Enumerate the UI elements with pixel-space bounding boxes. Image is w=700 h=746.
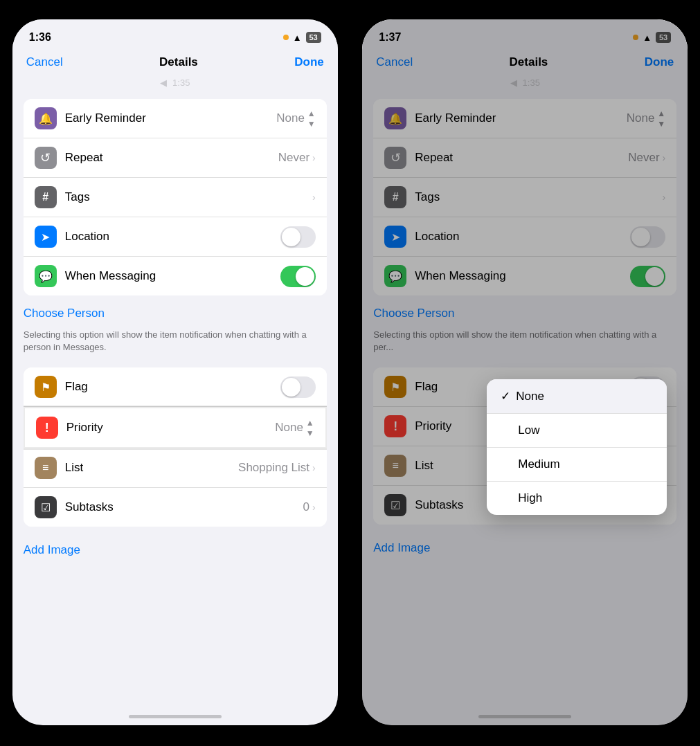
right-repeat-value: Never <box>628 151 659 165</box>
right-row-when-messaging[interactable]: 💬 When Messaging <box>373 257 676 295</box>
left-priority-value: None <box>275 421 303 435</box>
right-nav-title: Details <box>510 55 548 69</box>
right-description: Selecting this option will show the item… <box>362 326 688 362</box>
right-status-bar: 1:37 ▲ 53 <box>362 19 688 50</box>
left-flag-icon: ⚑ <box>35 376 57 398</box>
left-subtasks-label: Subtasks <box>65 500 303 514</box>
left-tags-chevron: › <box>312 192 316 203</box>
dropdown-item-high[interactable]: High <box>487 482 667 515</box>
left-tags-icon: # <box>35 186 57 208</box>
left-screen: 1:36 ▲ 53 Cancel Details Done ◀ 1:35 🔔 <box>12 19 338 725</box>
left-early-reminder-value: None <box>276 111 305 125</box>
left-done-button[interactable]: Done <box>294 55 324 69</box>
left-list-label: List <box>65 461 238 475</box>
dropdown-low-label: Low <box>518 424 539 437</box>
dropdown-item-low[interactable]: Low <box>487 414 667 448</box>
left-status-dot <box>283 35 289 40</box>
right-screen: 1:37 ▲ 53 Cancel Details Done ◀ 1:35 🔔 <box>362 19 688 725</box>
right-when-messaging-toggle[interactable] <box>630 266 665 287</box>
left-row-when-messaging[interactable]: 💬 When Messaging <box>24 257 327 295</box>
left-repeat-icon: ↺ <box>35 147 57 169</box>
left-breadcrumb: ◀ 1:35 <box>12 75 338 93</box>
right-nav-bar: Cancel Details Done <box>362 50 688 75</box>
left-early-reminder-label: Early Reminder <box>65 111 276 125</box>
left-subtasks-value: 0 <box>303 500 309 514</box>
right-choose-person-link[interactable]: Choose Person <box>362 301 688 326</box>
left-early-reminder-icon: 🔔 <box>35 107 57 129</box>
left-flag-toggle[interactable] <box>280 376 316 398</box>
left-list-value: Shopping List <box>238 461 309 475</box>
right-tags-label: Tags <box>415 190 662 204</box>
left-settings-section-2: ⚑ Flag ! Priority None ▲▼ <box>24 367 327 527</box>
left-wifi-icon: ▲ <box>293 33 302 43</box>
right-when-messaging-label: When Messaging <box>415 269 630 283</box>
dropdown-high-label: High <box>518 491 542 505</box>
right-tags-icon: # <box>384 186 406 208</box>
left-flag-label: Flag <box>65 380 280 394</box>
dropdown-none-label: None <box>516 390 544 403</box>
left-row-repeat[interactable]: ↺ Repeat Never › <box>24 138 327 178</box>
right-phone-panel: 1:37 ▲ 53 Cancel Details Done ◀ 1:35 🔔 <box>350 0 701 746</box>
right-location-toggle[interactable] <box>630 226 665 248</box>
left-early-reminder-chevron: ▲▼ <box>307 109 316 129</box>
left-row-tags[interactable]: # Tags › <box>24 178 327 217</box>
right-wifi-icon: ▲ <box>643 33 652 43</box>
left-location-toggle[interactable] <box>280 226 316 248</box>
right-row-tags[interactable]: # Tags › <box>373 178 676 217</box>
right-priority-icon: ! <box>384 415 406 437</box>
right-cancel-button[interactable]: Cancel <box>376 55 413 69</box>
left-when-messaging-label: When Messaging <box>65 269 280 283</box>
left-home-indicator <box>129 715 222 718</box>
right-row-repeat[interactable]: ↺ Repeat Never › <box>373 138 676 178</box>
right-early-reminder-value: None <box>627 111 655 125</box>
right-row-early-reminder[interactable]: 🔔 Early Reminder None ▲▼ <box>373 99 676 138</box>
left-breadcrumb-arrow: ◀ <box>160 78 167 88</box>
dropdown-item-none[interactable]: ✓ None <box>487 379 667 414</box>
left-when-messaging-toggle[interactable] <box>280 266 316 287</box>
left-status-bar: 1:36 ▲ 53 <box>12 19 338 50</box>
left-choose-person-link[interactable]: Choose Person <box>12 301 338 326</box>
left-location-toggle-thumb <box>282 228 300 246</box>
left-flag-toggle-thumb <box>282 378 300 397</box>
right-subtasks-icon: ☑ <box>384 494 406 516</box>
left-priority-label: Priority <box>66 421 275 435</box>
left-nav-title: Details <box>159 55 198 69</box>
left-status-icons: ▲ 53 <box>283 32 321 43</box>
left-location-label: Location <box>65 230 280 244</box>
left-content-area: 🔔 Early Reminder None ▲▼ ↺ Repeat Never … <box>12 93 338 563</box>
left-row-priority[interactable]: ! Priority None ▲▼ <box>24 407 327 448</box>
left-location-icon: ➤ <box>35 226 57 248</box>
right-when-messaging-icon: 💬 <box>384 265 406 287</box>
dropdown-item-medium[interactable]: Medium <box>487 448 667 482</box>
left-status-time: 1:36 <box>29 31 51 44</box>
right-when-messaging-toggle-thumb <box>645 267 664 286</box>
right-done-button[interactable]: Done <box>645 55 674 69</box>
left-priority-chevron: ▲▼ <box>306 418 314 438</box>
left-settings-section: 🔔 Early Reminder None ▲▼ ↺ Repeat Never … <box>24 99 327 295</box>
right-battery: 53 <box>656 32 671 43</box>
right-early-reminder-icon: 🔔 <box>384 107 406 129</box>
dropdown-medium-label: Medium <box>518 457 559 471</box>
right-location-label: Location <box>415 230 630 244</box>
left-list-icon: ≡ <box>35 457 57 479</box>
right-breadcrumb-arrow: ◀ <box>510 78 517 88</box>
checkmark-icon: ✓ <box>501 389 510 403</box>
left-when-messaging-toggle-thumb <box>296 267 314 286</box>
left-priority-icon: ! <box>36 417 58 439</box>
right-status-time: 1:37 <box>379 31 401 44</box>
left-repeat-chevron: › <box>312 152 316 163</box>
left-cancel-button[interactable]: Cancel <box>26 55 63 69</box>
left-row-location[interactable]: ➤ Location <box>24 217 327 257</box>
right-breadcrumb: ◀ 1:35 <box>362 75 688 93</box>
left-add-image-link[interactable]: Add Image <box>12 532 338 563</box>
right-row-location[interactable]: ➤ Location <box>373 217 676 257</box>
left-repeat-value: Never <box>278 151 309 165</box>
left-row-subtasks[interactable]: ☑ Subtasks 0 › <box>24 488 327 527</box>
right-tags-chevron: › <box>663 192 666 203</box>
right-repeat-chevron: › <box>663 152 666 163</box>
left-row-early-reminder[interactable]: 🔔 Early Reminder None ▲▼ <box>24 99 327 138</box>
right-home-indicator <box>478 715 571 718</box>
right-add-image-link[interactable]: Add Image <box>362 530 688 561</box>
left-row-list[interactable]: ≡ List Shopping List › <box>24 448 327 488</box>
left-row-flag[interactable]: ⚑ Flag <box>24 367 327 407</box>
